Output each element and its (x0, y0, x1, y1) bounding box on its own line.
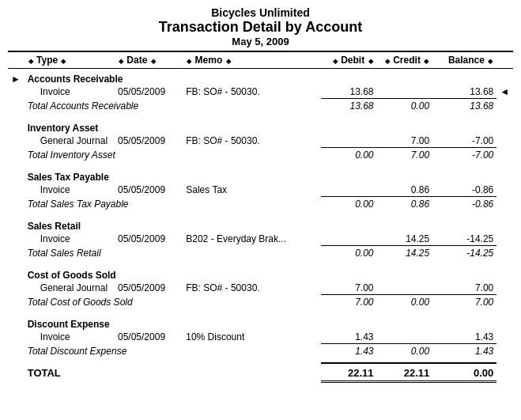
total-arrow (8, 99, 25, 114)
table-row[interactable]: General Journal 05/05/2009 FB: SO# - 500… (8, 282, 513, 295)
section-total-row: Total Sales Tax Payable 0.00 0.86 -0.86 (8, 197, 513, 212)
section-name: Sales Retail (25, 216, 513, 233)
sort-diamond-left5: ◆ (384, 58, 391, 65)
row-balance: 13.68 (432, 85, 496, 99)
transaction-table: ◆ Type ◆ ◆ Date ◆ ◆ Memo ◆ ◆ Debit ◆ (8, 51, 513, 383)
row-credit: 14.25 (377, 233, 433, 246)
section-arrow-cell: ► (8, 69, 25, 86)
sort-diamond-left4: ◆ (332, 58, 338, 65)
sort-diamond-right3: ◆ (225, 58, 232, 65)
grand-right (496, 363, 513, 382)
total-label: Total Sales Retail (25, 246, 321, 261)
row-type: General Journal (25, 134, 115, 148)
row-arrow (8, 233, 25, 246)
section-arrow-cell (8, 314, 25, 331)
row-right (496, 134, 513, 148)
row-right: ◄ (496, 85, 513, 99)
row-right (496, 331, 513, 344)
total-label: Total Accounts Receivable (25, 99, 321, 114)
row-balance: -0.86 (432, 184, 496, 197)
row-type: Invoice (25, 331, 115, 344)
total-balance: 7.00 (432, 295, 496, 310)
grand-total-label: TOTAL (25, 363, 321, 382)
total-right (496, 246, 513, 261)
total-right (496, 344, 513, 359)
company-name: Bicycles Unlimited (0, 6, 521, 19)
col-debit-header[interactable]: ◆ Debit ◆ (321, 51, 377, 69)
row-memo: FB: SO# - 50030. (183, 134, 321, 148)
grand-total-balance: 0.00 (432, 363, 496, 382)
row-type: Invoice (25, 233, 115, 246)
section-name: Cost of Goods Sold (25, 265, 513, 282)
row-memo: Sales Tax (183, 184, 321, 197)
row-arrow (8, 85, 25, 99)
total-balance: -7.00 (432, 148, 496, 163)
section-total-row: Total Accounts Receivable 13.68 0.00 13.… (8, 99, 513, 114)
grand-total-credit: 22.11 (377, 363, 433, 382)
row-right (496, 233, 513, 246)
section-total-row: Total Sales Retail 0.00 14.25 -14.25 (8, 246, 513, 261)
row-balance: -14.25 (432, 233, 496, 246)
total-debit: 7.00 (321, 295, 377, 310)
row-memo: 10% Discount (183, 331, 321, 344)
total-balance: 13.68 (432, 99, 496, 114)
section-name: Inventory Asset (25, 118, 513, 134)
total-right (496, 148, 513, 163)
total-credit: 0.00 (377, 99, 433, 114)
total-arrow (8, 295, 25, 310)
row-type: Invoice (25, 184, 115, 197)
row-date: 05/05/2009 (115, 233, 183, 246)
table-row[interactable]: General Journal 05/05/2009 FB: SO# - 500… (8, 134, 513, 148)
col-credit-header[interactable]: ◆ Credit ◆ (377, 51, 433, 69)
total-right (496, 197, 513, 212)
row-date: 05/05/2009 (115, 134, 183, 148)
total-right (496, 295, 513, 310)
row-right (496, 184, 513, 197)
total-arrow (8, 246, 25, 261)
row-debit (321, 134, 377, 148)
row-credit (377, 85, 433, 99)
row-arrow (8, 282, 25, 295)
sort-diamond-right4: ◆ (368, 58, 374, 65)
section-name: Discount Expense (25, 314, 513, 331)
total-debit: 13.68 (321, 99, 377, 114)
total-arrow (8, 148, 25, 163)
row-arrow (8, 184, 25, 197)
col-arrow (8, 51, 25, 69)
total-arrow (8, 344, 25, 359)
total-credit: 7.00 (377, 148, 433, 163)
col-type-header[interactable]: ◆ Type ◆ (25, 51, 115, 69)
table-row[interactable]: Invoice 05/05/2009 B202 - Everyday Brak.… (8, 233, 513, 246)
row-type: Invoice (25, 85, 115, 99)
section-header-row: Sales Retail (8, 216, 513, 233)
row-date: 05/05/2009 (115, 85, 183, 99)
grand-arrow (8, 363, 25, 382)
table-row[interactable]: Invoice 05/05/2009 Sales Tax 0.86 -0.86 (8, 184, 513, 197)
total-balance: -0.86 (432, 197, 496, 212)
row-date: 05/05/2009 (115, 184, 183, 197)
section-arrow-cell (8, 265, 25, 282)
row-memo: FB: SO# - 50030. (183, 85, 321, 99)
column-header-row: ◆ Type ◆ ◆ Date ◆ ◆ Memo ◆ ◆ Debit ◆ (8, 51, 513, 69)
col-balance-header[interactable]: Balance ◆ (432, 51, 496, 69)
row-arrow (8, 134, 25, 148)
total-credit: 0.00 (377, 344, 433, 359)
row-memo: FB: SO# - 50030. (183, 282, 321, 295)
section-header-row: ► Accounts Receivable (8, 69, 513, 86)
total-label: Total Sales Tax Payable (25, 197, 321, 212)
grand-total-debit: 22.11 (321, 363, 377, 382)
total-right (496, 99, 513, 114)
row-arrow (8, 331, 25, 344)
section-arrow-cell (8, 118, 25, 134)
section-header-row: Cost of Goods Sold (8, 265, 513, 282)
table-row[interactable]: Invoice 05/05/2009 FB: SO# - 50030. 13.6… (8, 85, 513, 99)
sort-diamond-right5: ◆ (423, 58, 429, 65)
col-memo-header[interactable]: ◆ Memo ◆ (183, 51, 321, 69)
sort-diamond-left2: ◆ (118, 58, 124, 65)
table-row[interactable]: Invoice 05/05/2009 10% Discount 1.43 1.4… (8, 331, 513, 344)
sort-diamond-right: ◆ (60, 58, 66, 65)
col-date-header[interactable]: ◆ Date ◆ (115, 51, 183, 69)
row-balance: 1.43 (432, 331, 496, 344)
row-credit (377, 331, 433, 344)
row-debit: 13.68 (321, 85, 377, 99)
